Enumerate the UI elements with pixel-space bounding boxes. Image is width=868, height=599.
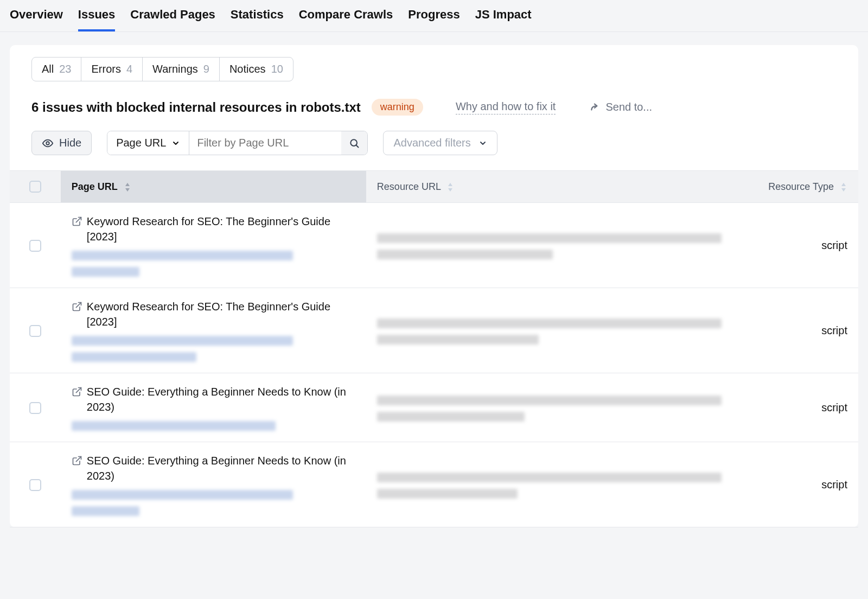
svg-marker-8 — [841, 188, 846, 192]
row-checkbox[interactable] — [29, 240, 41, 252]
page-title[interactable]: Keyword Research for SEO: The Beginner's… — [87, 214, 355, 244]
col-resource-type-label: Resource Type — [768, 181, 834, 192]
pill-warnings-count: 9 — [203, 63, 209, 75]
pill-notices-count: 10 — [271, 63, 283, 75]
issue-badge: warning — [372, 99, 423, 116]
issue-title: 6 issues with blocked internal resources… — [31, 100, 361, 115]
row-checkbox[interactable] — [29, 402, 41, 414]
page-url-cell: Keyword Research for SEO: The Beginner's… — [72, 299, 355, 362]
send-to-label: Send to... — [605, 101, 652, 113]
controls-row: Hide Page URL Advanced filters — [31, 131, 837, 155]
tab-overview[interactable]: Overview — [10, 8, 63, 31]
page-url-cell: Keyword Research for SEO: The Beginner's… — [72, 214, 355, 277]
external-link-icon[interactable] — [72, 301, 82, 312]
svg-line-10 — [76, 303, 81, 308]
why-and-how-link[interactable]: Why and how to fix it — [456, 100, 556, 114]
issue-filter-pills: All 23 Errors 4 Warnings 9 Notices 10 — [31, 57, 293, 81]
external-link-icon[interactable] — [72, 386, 82, 397]
col-header-resource-url[interactable]: Resource URL — [366, 171, 739, 203]
svg-marker-5 — [448, 183, 452, 186]
page-title[interactable]: SEO Guide: Everything a Beginner Needs t… — [87, 453, 355, 483]
col-header-page-url[interactable]: Page URL — [61, 171, 366, 203]
nav-tabs: Overview Issues Crawled Pages Statistics… — [0, 0, 868, 32]
table-row: SEO Guide: Everything a Beginner Needs t… — [10, 442, 858, 527]
resource-url-blurred — [377, 470, 729, 499]
svg-line-11 — [76, 388, 81, 393]
pill-warnings-label: Warnings — [152, 63, 198, 75]
resource-type-cell: script — [739, 442, 858, 527]
svg-marker-4 — [125, 188, 130, 192]
pill-notices-label: Notices — [229, 63, 266, 75]
table-row: Keyword Research for SEO: The Beginner's… — [10, 288, 858, 373]
page-url-cell: SEO Guide: Everything a Beginner Needs t… — [72, 384, 355, 431]
issues-panel: All 23 Errors 4 Warnings 9 Notices 10 6 … — [10, 45, 858, 527]
pill-errors-label: Errors — [91, 63, 120, 75]
external-link-icon[interactable] — [72, 455, 82, 466]
page-url-cell: SEO Guide: Everything a Beginner Needs t… — [72, 453, 355, 516]
pill-all-label: All — [42, 63, 54, 75]
search-type-label: Page URL — [116, 137, 166, 149]
hide-label: Hide — [59, 137, 81, 149]
svg-point-0 — [46, 142, 49, 145]
send-to-button[interactable]: Send to... — [588, 101, 652, 113]
page-url-blurred — [72, 419, 355, 431]
pill-all-count: 23 — [59, 63, 71, 75]
pill-notices[interactable]: Notices 10 — [220, 58, 293, 81]
tab-issues[interactable]: Issues — [78, 8, 116, 31]
resource-url-blurred — [377, 393, 729, 422]
resource-url-blurred — [377, 231, 729, 259]
svg-line-2 — [356, 145, 359, 147]
page-title[interactable]: Keyword Research for SEO: The Beginner's… — [87, 299, 355, 329]
tab-compare-crawls[interactable]: Compare Crawls — [299, 8, 393, 31]
eye-icon — [42, 137, 54, 149]
search-icon — [349, 138, 360, 149]
page-url-blurred — [72, 488, 355, 516]
share-arrow-icon — [588, 101, 600, 113]
sort-icon — [840, 183, 847, 192]
sort-icon — [446, 183, 454, 192]
resource-url-blurred — [377, 316, 729, 345]
svg-marker-3 — [125, 183, 130, 186]
search-button[interactable] — [341, 131, 367, 155]
svg-line-9 — [76, 218, 81, 222]
resource-type-cell: script — [739, 203, 858, 288]
resource-type-cell: script — [739, 288, 858, 373]
resource-type-cell: script — [739, 373, 858, 442]
page-url-blurred — [72, 334, 355, 362]
pill-errors[interactable]: Errors 4 — [81, 58, 143, 81]
advanced-filters-label: Advanced filters — [393, 137, 470, 149]
page-url-blurred — [72, 248, 355, 277]
tab-progress[interactable]: Progress — [408, 8, 459, 31]
pill-all[interactable]: All 23 — [32, 58, 81, 81]
svg-marker-6 — [448, 188, 452, 192]
table-row: Keyword Research for SEO: The Beginner's… — [10, 203, 858, 288]
tab-js-impact[interactable]: JS Impact — [475, 8, 532, 31]
col-header-resource-type[interactable]: Resource Type — [739, 171, 858, 203]
table-row: SEO Guide: Everything a Beginner Needs t… — [10, 373, 858, 442]
chevron-down-icon — [478, 139, 487, 148]
svg-marker-7 — [841, 183, 846, 186]
sort-icon — [124, 183, 131, 192]
chevron-down-icon — [171, 139, 180, 148]
row-checkbox[interactable] — [29, 479, 41, 491]
advanced-filters-button[interactable]: Advanced filters — [383, 131, 497, 155]
svg-line-12 — [76, 457, 81, 462]
issue-heading-row: 6 issues with blocked internal resources… — [31, 99, 837, 116]
search-input[interactable] — [189, 131, 341, 155]
col-page-url-label: Page URL — [72, 181, 118, 192]
hide-button[interactable]: Hide — [31, 131, 92, 155]
page-title[interactable]: SEO Guide: Everything a Beginner Needs t… — [87, 384, 355, 415]
pill-errors-count: 4 — [126, 63, 132, 75]
tab-statistics[interactable]: Statistics — [231, 8, 284, 31]
col-resource-url-label: Resource URL — [377, 181, 441, 192]
search-type-dropdown[interactable]: Page URL — [107, 131, 189, 155]
select-all-checkbox[interactable] — [29, 181, 41, 193]
search-input-group: Page URL — [107, 131, 368, 155]
issues-table: Page URL Resource URL Resource Type — [10, 170, 858, 527]
pill-warnings[interactable]: Warnings 9 — [143, 58, 220, 81]
external-link-icon[interactable] — [72, 216, 82, 227]
col-header-check — [10, 171, 61, 203]
tab-crawled-pages[interactable]: Crawled Pages — [130, 8, 215, 31]
row-checkbox[interactable] — [29, 325, 41, 337]
